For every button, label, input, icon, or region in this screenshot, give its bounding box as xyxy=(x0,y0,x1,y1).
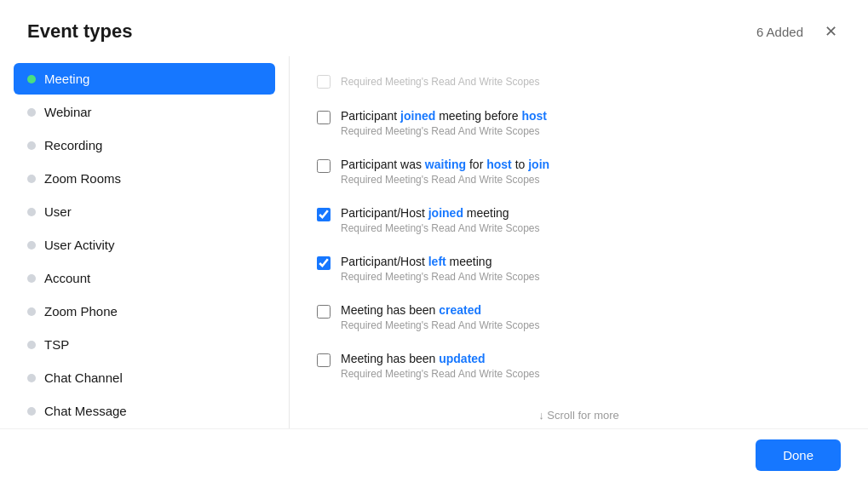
event-scope-waiting-for-host: Required Meeting's Read And Write Scopes xyxy=(341,174,848,186)
sidebar-item-webinar[interactable]: Webinar xyxy=(14,96,275,128)
sidebar-item-label-user-activity: User Activity xyxy=(44,238,115,252)
content-area: Required Meeting's Read And Write Scopes… xyxy=(290,56,868,428)
sidebar: MeetingWebinarRecordingZoom RoomsUserUse… xyxy=(0,56,290,428)
sidebar-item-label-chat-channel: Chat Channel xyxy=(44,370,123,385)
event-scope-host-left: Required Meeting's Read And Write Scopes xyxy=(341,271,848,283)
event-item-host-left: Participant/Host left meetingRequired Me… xyxy=(317,244,848,293)
event-checkbox-meeting-updated[interactable] xyxy=(317,353,331,367)
event-scope-meeting-created: Required Meeting's Read And Write Scopes xyxy=(341,319,848,331)
sidebar-item-label-recording: Recording xyxy=(44,138,102,152)
done-button[interactable]: Done xyxy=(756,439,841,471)
event-item-faded-top: Required Meeting's Read And Write Scopes xyxy=(317,63,848,99)
event-scope-joined-before-host: Required Meeting's Read And Write Scopes xyxy=(341,125,848,137)
sidebar-dot-chat-message xyxy=(27,407,36,416)
event-item-meeting-updated: Meeting has been updatedRequired Meeting… xyxy=(317,342,848,390)
event-name-meeting-updated: Meeting has been updated xyxy=(341,352,848,365)
event-name-joined-before-host: Participant joined meeting before host xyxy=(341,109,848,123)
event-checkbox-host-joined[interactable] xyxy=(317,208,331,221)
event-item-joined-before-host: Participant joined meeting before hostRe… xyxy=(317,99,848,147)
event-name-waiting-for-host: Participant was waiting for host to join xyxy=(341,158,848,171)
sidebar-dot-user xyxy=(27,208,36,216)
modal-footer: Done xyxy=(0,428,868,488)
event-checkbox-host-left[interactable] xyxy=(317,256,331,270)
event-checkbox-faded-top[interactable] xyxy=(317,75,331,89)
sidebar-item-label-tsp: TSP xyxy=(44,337,69,352)
sidebar-item-meeting[interactable]: Meeting xyxy=(14,63,275,95)
modal-header: Event types 6 Added ✕ xyxy=(0,0,868,56)
sidebar-dot-meeting xyxy=(27,75,36,83)
sidebar-item-label-account: Account xyxy=(44,271,90,285)
modal-body: MeetingWebinarRecordingZoom RoomsUserUse… xyxy=(0,56,868,428)
event-scope-host-joined: Required Meeting's Read And Write Scopes xyxy=(341,222,848,234)
sidebar-dot-webinar xyxy=(27,108,36,117)
sidebar-item-user-activity[interactable]: User Activity xyxy=(14,229,275,261)
event-name-meeting-created: Meeting has been created xyxy=(341,303,848,317)
events-list: Required Meeting's Read And Write Scopes… xyxy=(290,56,868,402)
sidebar-dot-zoom-rooms xyxy=(27,175,36,183)
modal-title: Event types xyxy=(27,20,133,43)
scroll-hint: ↓ Scroll for more xyxy=(290,402,868,428)
event-checkbox-waiting-for-host[interactable] xyxy=(317,159,331,173)
event-item-waiting-for-host: Participant was waiting for host to join… xyxy=(317,147,848,196)
sidebar-item-user[interactable]: User xyxy=(14,196,275,227)
sidebar-dot-recording xyxy=(27,141,36,150)
event-name-host-left: Participant/Host left meeting xyxy=(341,255,848,268)
sidebar-item-tsp[interactable]: TSP xyxy=(14,329,275,360)
sidebar-item-chat-message[interactable]: Chat Message xyxy=(14,395,275,427)
sidebar-item-label-zoom-rooms: Zoom Rooms xyxy=(44,171,121,186)
sidebar-item-label-meeting: Meeting xyxy=(44,72,89,86)
event-types-modal: Event types 6 Added ✕ MeetingWebinarReco… xyxy=(0,0,868,488)
sidebar-item-account[interactable]: Account xyxy=(14,262,275,294)
sidebar-item-label-chat-message: Chat Message xyxy=(44,404,127,418)
event-name-host-joined: Participant/Host joined meeting xyxy=(341,206,848,220)
event-scope-faded-top: Required Meeting's Read And Write Scopes xyxy=(341,76,848,88)
sidebar-dot-tsp xyxy=(27,341,36,349)
sidebar-dot-user-activity xyxy=(27,241,36,250)
sidebar-item-label-zoom-phone: Zoom Phone xyxy=(44,304,118,319)
sidebar-item-zoom-rooms[interactable]: Zoom Rooms xyxy=(14,163,275,194)
sidebar-item-recording[interactable]: Recording xyxy=(14,129,275,161)
sidebar-item-zoom-phone[interactable]: Zoom Phone xyxy=(14,296,275,327)
event-checkbox-joined-before-host[interactable] xyxy=(317,111,331,124)
event-item-host-joined: Participant/Host joined meetingRequired … xyxy=(317,196,848,244)
sidebar-dot-chat-channel xyxy=(27,374,36,382)
sidebar-dot-account xyxy=(27,274,36,283)
header-right: 6 Added ✕ xyxy=(756,21,841,42)
sidebar-item-label-user: User xyxy=(44,204,72,219)
event-item-meeting-created: Meeting has been createdRequired Meeting… xyxy=(317,293,848,342)
close-button[interactable]: ✕ xyxy=(820,21,841,42)
added-badge: 6 Added xyxy=(756,25,803,39)
event-scope-meeting-updated: Required Meeting's Read And Write Scopes xyxy=(341,368,848,380)
sidebar-item-chat-channel[interactable]: Chat Channel xyxy=(14,362,275,393)
event-checkbox-meeting-created[interactable] xyxy=(317,305,331,319)
sidebar-dot-zoom-phone xyxy=(27,307,36,316)
sidebar-item-label-webinar: Webinar xyxy=(44,105,92,119)
